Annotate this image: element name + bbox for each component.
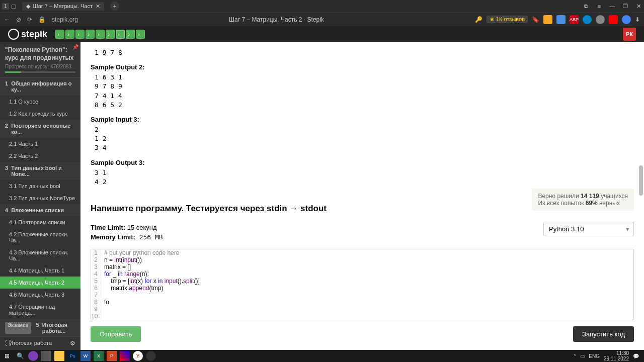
scrollbar[interactable] (639, 165, 643, 196)
code-line[interactable]: tmp = [int(x) for x in input().split()] (101, 278, 200, 285)
notification-icon[interactable]: 💬 (633, 353, 639, 359)
task-app-2[interactable] (41, 351, 51, 361)
sidebar-item[interactable]: 4.2 Вложенные списки. Ча... (0, 228, 80, 246)
sidebar-item[interactable]: 2.2 Часть 2 (0, 150, 80, 162)
reviews-badge[interactable]: ★ 1К отзывов (487, 16, 528, 23)
line-number: 7 (91, 292, 101, 299)
minimize-icon[interactable]: — (609, 3, 616, 10)
step-6[interactable]: ›_ (106, 30, 115, 39)
back-icon[interactable]: ← (4, 16, 10, 23)
ext-icon-6[interactable] (622, 15, 631, 24)
battery-icon[interactable]: ▭ (580, 353, 585, 359)
sidebar-section[interactable]: 2Повторяем основные ко... (0, 120, 80, 138)
step-5[interactable]: ›_ (96, 30, 105, 39)
sidebar-item[interactable]: 4.4 Матрицы. Часть 1 (0, 264, 80, 277)
task-explorer[interactable] (54, 351, 64, 361)
sidebar-item[interactable]: 3.2 Тип данных NoneType (0, 192, 80, 204)
sidebar-item[interactable]: 1.1 О курсе (0, 96, 80, 108)
sidebar-item[interactable]: 4.3 Вложенные списки. Ча... (0, 246, 80, 264)
new-tab-button[interactable]: + (110, 2, 119, 11)
menu-icon[interactable]: ≡ (596, 3, 603, 10)
maximize-icon[interactable]: ❐ (622, 3, 629, 10)
shield-icon[interactable]: ⊘ (16, 16, 21, 23)
code-line[interactable]: matrix.append(tmp) (101, 285, 163, 292)
sidebar-section[interactable]: 1Общая информация о ку... (0, 77, 80, 96)
ext-icon-1[interactable] (543, 15, 552, 24)
course-sidebar: 📌 "Поколение Python": курс для продвинут… (0, 42, 80, 350)
address-bar: ← ⊘ ⟳ 🔒 stepik.org Шаг 7 – Матрицы. Част… (0, 12, 644, 26)
task-app-3[interactable] (120, 351, 130, 361)
sidebar-section[interactable]: 3Тип данных bool и None... (0, 162, 80, 180)
code-line[interactable]: matrix = [] (101, 263, 131, 270)
url-text[interactable]: stepik.org (52, 16, 78, 23)
windows-taskbar: ⊞ 🔍 Ps W X P Y ˄ ▭ ENG 11:30 29.11.2022 … (0, 350, 644, 362)
search-icon[interactable]: 🔍 (15, 351, 25, 361)
code-line[interactable]: n = int(input()) (101, 256, 142, 263)
task-obs[interactable] (146, 351, 156, 361)
sidebar-item[interactable]: 3.1 Тип данных bool (0, 180, 80, 192)
overlay-icon[interactable]: ⧉ (583, 3, 590, 10)
line-number: 10 (91, 313, 101, 320)
user-avatar[interactable]: РК (623, 28, 636, 41)
keyboard-lang[interactable]: ENG (589, 353, 600, 359)
step-7[interactable]: ›_ (116, 30, 125, 39)
task-excel[interactable]: X (94, 351, 104, 361)
line-number: 5 (91, 278, 101, 285)
task-yandex[interactable]: Y (133, 351, 143, 361)
sidebar-section[interactable]: 4Вложенные списки (0, 204, 80, 216)
key-icon[interactable]: 🔑 (475, 16, 482, 23)
stepik-logo[interactable]: stepik (8, 29, 47, 40)
bookmark-icon[interactable]: 🔖 (532, 16, 539, 23)
step-2[interactable]: ›_ (65, 30, 74, 39)
code-line[interactable] (101, 313, 106, 320)
task-word[interactable]: W (80, 351, 91, 361)
ext-icon-3[interactable] (583, 15, 592, 24)
code-line[interactable] (101, 292, 106, 299)
sidebar-section[interactable]: Экзамен5Итоговая работа... (0, 319, 80, 337)
tabs-icon[interactable]: ▢ (11, 3, 16, 10)
clock-date[interactable]: 29.11.2022 (604, 356, 629, 361)
sidebar-item[interactable]: 4.5 Матрицы. Часть 2 (0, 277, 80, 289)
sidebar-item[interactable]: 2.1 Часть 1 (0, 138, 80, 150)
reload-icon[interactable]: ⟳ (27, 16, 32, 23)
run-code-button[interactable]: Запустить код (573, 326, 634, 342)
ext-icon-5[interactable] (609, 15, 618, 24)
line-number: 2 (91, 256, 101, 263)
settings-icon[interactable]: ⚙ (70, 340, 75, 347)
step-3[interactable]: ›_ (75, 30, 85, 39)
task-app-1[interactable] (28, 351, 38, 361)
browser-tab[interactable]: ◆ Шаг 7 – Матрицы. Част ✕ (22, 2, 104, 11)
language-select[interactable]: Python 3.10 (543, 222, 634, 236)
clock-time[interactable]: 11:30 (604, 350, 629, 356)
code-line[interactable]: # put your python code here (101, 249, 179, 256)
task-ps[interactable]: Ps (67, 351, 77, 361)
tab-counter[interactable]: 1 (2, 3, 9, 10)
sidebar-item[interactable]: 4.7 Операции над матрица... (0, 301, 80, 319)
submit-button[interactable]: Отправить (91, 326, 141, 342)
pin-icon[interactable]: 📌 (72, 44, 78, 50)
step-9[interactable]: ›_ (136, 30, 145, 39)
step-1[interactable]: ›_ (55, 30, 64, 39)
task-ppt[interactable]: P (107, 351, 117, 361)
progress-bar (5, 71, 75, 73)
close-window-icon[interactable]: ✕ (635, 3, 642, 10)
code-line[interactable]: fo (101, 299, 109, 306)
step-4[interactable]: ›_ (86, 30, 95, 39)
downloads-icon[interactable]: ⬇ (635, 16, 640, 23)
tab-title: Шаг 7 – Матрицы. Част (33, 3, 93, 9)
ext-icon-abp[interactable]: ABP (570, 15, 579, 24)
code-line[interactable]: for _ in range(n): (101, 270, 149, 278)
ext-icon-4[interactable] (596, 15, 605, 24)
sidebar-item[interactable]: 4.1 Повторяем списки (0, 216, 80, 228)
sidebar-item[interactable]: 1.2 Как проходить курс (0, 108, 80, 120)
tab-close-icon[interactable]: ✕ (96, 3, 100, 10)
code-editor[interactable]: 1# put your python code here2n = int(inp… (91, 249, 634, 320)
tray-chevron-icon[interactable]: ˄ (574, 353, 576, 359)
fullscreen-icon[interactable]: ⛶ (5, 340, 11, 347)
sample-code: 3 1 4 2 (91, 166, 634, 189)
start-icon[interactable]: ⊞ (2, 351, 12, 361)
ext-icon-2[interactable] (556, 15, 566, 24)
code-line[interactable] (101, 306, 106, 313)
sidebar-item[interactable]: 4.6 Матрицы. Часть 3 (0, 289, 80, 301)
step-8[interactable]: ›_ (126, 30, 135, 39)
